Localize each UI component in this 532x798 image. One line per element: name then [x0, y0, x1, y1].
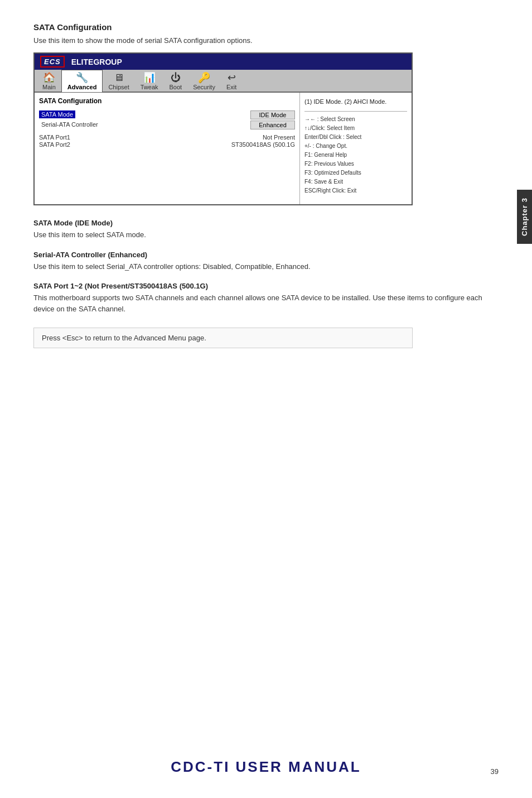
nav-icon: 🔑 — [198, 73, 210, 83]
nav-label: Tweak — [141, 84, 158, 90]
subsections: SATA Mode (IDE Mode)Use this item to sel… — [33, 219, 499, 314]
bios-hint-item: F4: Save & Exit — [304, 177, 407, 186]
bios-field-label: Serial-ATA Controller — [39, 121, 100, 128]
bios-hint-item: F2: Previous Values — [304, 160, 407, 169]
bios-port-label: SATA Port2 — [39, 141, 70, 148]
page-footer: CDC-TI USER MANUAL — [0, 758, 532, 776]
nav-icon: 🏠 — [43, 73, 55, 83]
bios-nav-item-exit[interactable]: ↩Exit — [221, 70, 242, 92]
bios-port-label: SATA Port1 — [39, 134, 70, 141]
subsection-desc: This motherboard supports two SATA chann… — [33, 292, 499, 314]
bios-field-value: IDE Mode — [250, 110, 295, 119]
bios-nav-item-boot[interactable]: ⏻Boot — [164, 70, 188, 92]
esc-note: Press <Esc> to return to the Advanced Me… — [33, 328, 413, 348]
bios-field-value: Enhanced — [250, 121, 295, 129]
nav-label: Advanced — [67, 84, 97, 90]
bios-hint-item: F1: General Help — [304, 151, 407, 160]
bios-info-text: (1) IDE Mode. (2) AHCI Mode. — [304, 97, 407, 107]
nav-label: Main — [42, 84, 56, 90]
bios-nav-item-advanced[interactable]: 🔧Advanced — [61, 70, 103, 92]
page-number: 39 — [491, 767, 499, 776]
bios-field-row: Serial-ATA ControllerEnhanced — [39, 121, 295, 129]
bios-port-value: Not Present — [263, 134, 295, 141]
subsection-title: SATA Mode (IDE Mode) — [33, 219, 499, 227]
bios-hint-item: F3: Optimized Defaults — [304, 169, 407, 177]
bios-hints: →← : Select Screen↑↓/Click: Select ItemE… — [304, 111, 407, 195]
bios-screenshot: ECS ELITEGROUP 🏠Main🔧Advanced🖥Chipset📊Tw… — [33, 52, 413, 205]
nav-icon: 📊 — [143, 73, 156, 83]
bios-nav-item-tweak[interactable]: 📊Tweak — [135, 70, 164, 92]
bios-logo: ECS — [40, 56, 65, 68]
bios-hint-item: Enter/Dbl Click : Select — [304, 133, 407, 142]
subsection-title: Serial-ATA Controller (Enhanced) — [33, 251, 499, 259]
bios-hint-item: ↑↓/Click: Select Item — [304, 124, 407, 133]
bios-menu-title: SATA Configuration — [39, 97, 295, 106]
bios-port-row: SATA Port1Not Present — [39, 134, 295, 141]
bios-body: SATA Configuration SATA ModeIDE ModeSeri… — [35, 93, 412, 204]
bios-header: ECS ELITEGROUP — [35, 54, 412, 70]
bios-field-row: SATA ModeIDE Mode — [39, 110, 295, 119]
subsection-desc: Use this item to select Serial_ATA contr… — [33, 261, 499, 272]
nav-icon: 🖥 — [114, 73, 124, 83]
bios-menu-panel: SATA Configuration SATA ModeIDE ModeSeri… — [35, 93, 300, 204]
bios-port-row: SATA Port2ST3500418AS (500.1G — [39, 141, 295, 148]
bios-nav-item-main[interactable]: 🏠Main — [37, 70, 61, 92]
subsection-title: SATA Port 1~2 (Not Present/ST3500418AS (… — [33, 282, 499, 290]
subsection-desc: Use this item to select SATA mode. — [33, 229, 499, 241]
nav-label: Exit — [226, 84, 236, 90]
bios-info-panel: (1) IDE Mode. (2) AHCI Mode. →← : Select… — [300, 93, 412, 204]
page-description: Use this item to show the mode of serial… — [33, 36, 499, 45]
footer-title: CDC-TI USER MANUAL — [0, 758, 532, 776]
nav-icon: ↩ — [228, 73, 236, 83]
nav-label: Security — [193, 84, 215, 90]
bios-nav-item-chipset[interactable]: 🖥Chipset — [103, 70, 134, 92]
bios-hint-item: ESC/Right Click: Exit — [304, 186, 407, 195]
bios-vendor: ELITEGROUP — [71, 57, 122, 66]
nav-label: Chipset — [108, 84, 129, 90]
page-title: SATA Configuration — [33, 22, 499, 32]
chapter-tab: Chapter 3 — [517, 190, 532, 244]
bios-nav: 🏠Main🔧Advanced🖥Chipset📊Tweak⏻Boot🔑Securi… — [35, 70, 412, 93]
bios-hint-item: →← : Select Screen — [304, 115, 407, 124]
bios-field-label: SATA Mode — [39, 110, 75, 118]
bios-nav-item-security[interactable]: 🔑Security — [187, 70, 221, 92]
nav-icon: 🔧 — [76, 73, 88, 83]
nav-icon: ⏻ — [171, 73, 181, 83]
bios-hint-item: +/- : Change Opt. — [304, 142, 407, 151]
bios-port-value: ST3500418AS (500.1G — [231, 141, 295, 148]
nav-label: Boot — [170, 84, 182, 90]
